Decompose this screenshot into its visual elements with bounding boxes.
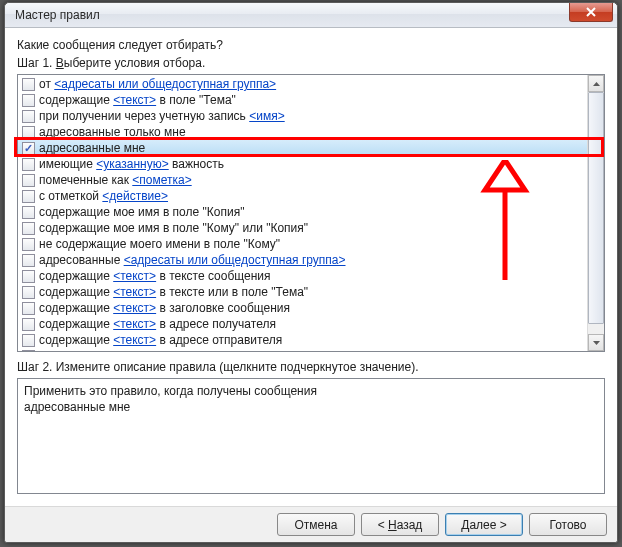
- finish-button[interactable]: Готово: [529, 513, 607, 536]
- condition-link[interactable]: <текст>: [113, 269, 156, 283]
- condition-text: не содержащие моего имени в поле "Кому": [39, 237, 280, 251]
- condition-text: содержащие <текст> в адресе получателя: [39, 317, 276, 331]
- condition-text: с отметкой <действие>: [39, 189, 168, 203]
- condition-checkbox[interactable]: [22, 302, 35, 315]
- next-button[interactable]: Далее >: [445, 513, 523, 536]
- condition-row[interactable]: содержащие <текст> в адресе отправителя: [18, 332, 587, 348]
- titlebar[interactable]: Мастер правил: [5, 3, 617, 28]
- dialog-window: Мастер правил Какие сообщения следует от…: [4, 2, 618, 543]
- dialog-footer: Отмена < Назад Далее > Готово: [5, 506, 617, 542]
- condition-text: имеющие <указанную> важность: [39, 157, 224, 171]
- condition-text: содержащие <текст> в заголовке сообщения: [39, 301, 290, 315]
- condition-row[interactable]: при получении через учетную запись <имя>: [18, 108, 587, 124]
- condition-link[interactable]: <указанную>: [96, 157, 169, 171]
- condition-row[interactable]: содержащие <текст> в заголовке сообщения: [18, 300, 587, 316]
- back-button[interactable]: < Назад: [361, 513, 439, 536]
- condition-link[interactable]: <текст>: [113, 93, 156, 107]
- condition-row[interactable]: адресованные мне: [18, 140, 587, 156]
- description-line: адресованные мне: [24, 399, 598, 415]
- condition-link[interactable]: <текст>: [113, 301, 156, 315]
- condition-row[interactable]: помеченные как <пометка>: [18, 172, 587, 188]
- condition-row[interactable]: адресованные <адресаты или общедоступная…: [18, 252, 587, 268]
- condition-link[interactable]: <текст>: [113, 285, 156, 299]
- cancel-button[interactable]: Отмена: [277, 513, 355, 536]
- condition-row[interactable]: содержащие мое имя в поле "Копия": [18, 204, 587, 220]
- condition-text: содержащие <текст> в поле "Тема": [39, 93, 236, 107]
- condition-link[interactable]: <текст>: [113, 317, 156, 331]
- condition-link[interactable]: <текст>: [113, 333, 156, 347]
- condition-row[interactable]: с отметкой <действие>: [18, 188, 587, 204]
- condition-link[interactable]: <действие>: [102, 189, 168, 203]
- condition-text: содержащие мое имя в поле "Копия": [39, 205, 244, 219]
- condition-checkbox[interactable]: [22, 350, 35, 352]
- condition-checkbox[interactable]: [22, 318, 35, 331]
- condition-checkbox[interactable]: [22, 222, 35, 235]
- condition-checkbox[interactable]: [22, 94, 35, 107]
- close-icon: [586, 7, 596, 17]
- scroll-down-button[interactable]: [588, 334, 604, 351]
- condition-text: содержащие <текст> в адресе отправителя: [39, 333, 282, 347]
- scroll-thumb[interactable]: [588, 92, 604, 324]
- condition-link[interactable]: <адресаты или общедоступная группа>: [124, 253, 346, 267]
- condition-checkbox[interactable]: [22, 174, 35, 187]
- scroll-up-button[interactable]: [588, 75, 604, 92]
- condition-text: помеченные как <пометка>: [39, 173, 192, 187]
- condition-checkbox[interactable]: [22, 142, 35, 155]
- condition-row[interactable]: из категории <имя>: [18, 348, 587, 351]
- condition-row[interactable]: имеющие <указанную> важность: [18, 156, 587, 172]
- chevron-down-icon: [593, 341, 600, 345]
- scroll-track[interactable]: [588, 92, 604, 334]
- condition-row[interactable]: содержащие <текст> в тексте или в поле "…: [18, 284, 587, 300]
- conditions-list: от <адресаты или общедоступная группа>со…: [18, 75, 587, 351]
- chevron-up-icon: [593, 82, 600, 86]
- condition-link[interactable]: <имя>: [249, 109, 284, 123]
- question-label: Какие сообщения следует отбирать?: [17, 38, 605, 52]
- scrollbar[interactable]: [587, 75, 604, 351]
- step1-label: Шаг 1. Выберите условия отбора.: [17, 56, 605, 70]
- condition-checkbox[interactable]: [22, 334, 35, 347]
- condition-row[interactable]: не содержащие моего имени в поле "Кому": [18, 236, 587, 252]
- condition-link[interactable]: <адресаты или общедоступная группа>: [54, 77, 276, 91]
- condition-row[interactable]: от <адресаты или общедоступная группа>: [18, 76, 587, 92]
- condition-checkbox[interactable]: [22, 190, 35, 203]
- rule-description-box[interactable]: Применить это правило, когда получены со…: [17, 378, 605, 494]
- client-area: Какие сообщения следует отбирать? Шаг 1.…: [5, 28, 617, 506]
- condition-text: адресованные только мне: [39, 125, 186, 139]
- condition-text: содержащие <текст> в тексте или в поле "…: [39, 285, 308, 299]
- condition-checkbox[interactable]: [22, 126, 35, 139]
- condition-text: от <адресаты или общедоступная группа>: [39, 77, 276, 91]
- condition-text: при получении через учетную запись <имя>: [39, 109, 285, 123]
- condition-checkbox[interactable]: [22, 254, 35, 267]
- condition-row[interactable]: содержащие <текст> в адресе получателя: [18, 316, 587, 332]
- condition-link[interactable]: <пометка>: [132, 173, 191, 187]
- description-line: Применить это правило, когда получены со…: [24, 383, 598, 399]
- condition-checkbox[interactable]: [22, 238, 35, 251]
- condition-text: адресованные мне: [39, 141, 145, 155]
- condition-checkbox[interactable]: [22, 78, 35, 91]
- window-title: Мастер правил: [15, 8, 100, 22]
- condition-checkbox[interactable]: [22, 270, 35, 283]
- condition-text: содержащие мое имя в поле "Кому" или "Ко…: [39, 221, 308, 235]
- condition-text: адресованные <адресаты или общедоступная…: [39, 253, 346, 267]
- condition-row[interactable]: содержащие <текст> в тексте сообщения: [18, 268, 587, 284]
- step2-label: Шаг 2. Измените описание правила (щелкни…: [17, 360, 605, 374]
- condition-checkbox[interactable]: [22, 158, 35, 171]
- condition-row[interactable]: адресованные только мне: [18, 124, 587, 140]
- condition-link[interactable]: <имя>: [113, 349, 148, 351]
- condition-text: из категории <имя>: [39, 349, 148, 351]
- condition-checkbox[interactable]: [22, 286, 35, 299]
- close-button[interactable]: [569, 3, 613, 22]
- condition-checkbox[interactable]: [22, 206, 35, 219]
- condition-row[interactable]: содержащие <текст> в поле "Тема": [18, 92, 587, 108]
- conditions-listbox[interactable]: от <адресаты или общедоступная группа>со…: [17, 74, 605, 352]
- condition-text: содержащие <текст> в тексте сообщения: [39, 269, 271, 283]
- condition-checkbox[interactable]: [22, 110, 35, 123]
- condition-row[interactable]: содержащие мое имя в поле "Кому" или "Ко…: [18, 220, 587, 236]
